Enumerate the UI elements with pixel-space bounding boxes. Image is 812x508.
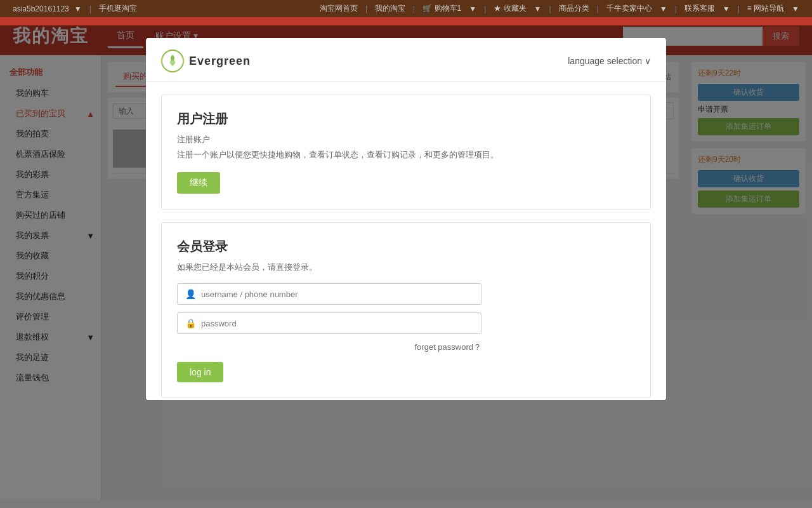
phone-taobao-link[interactable]: 手机逛淘宝 (99, 3, 137, 14)
login-heading: 会员登录 (177, 238, 635, 255)
registration-section: 用户注册 注册账户 注册一个账户以便您更快捷地购物，查看订单状态，查看订购记录，… (161, 95, 651, 210)
registration-heading: 用户注册 (177, 110, 635, 128)
evergreen-logo-icon (161, 50, 184, 72)
username-input[interactable] (201, 290, 473, 299)
lock-icon: 🔒 (185, 318, 196, 328)
site-nav-arrow[interactable]: ▼ (792, 4, 799, 13)
continue-button[interactable]: 继续 (177, 172, 220, 194)
registration-subheading: 注册账户 (177, 134, 635, 145)
favorites-arrow[interactable]: ▼ (534, 4, 542, 13)
username-dropdown-arrow[interactable]: ▼ (74, 4, 82, 13)
language-selector-arrow: ∨ (645, 56, 651, 66)
customer-service-link[interactable]: 联系客服 (684, 3, 715, 14)
cs-arrow[interactable]: ▼ (723, 4, 730, 13)
modal-header: Evergreen language selection ∨ (146, 38, 666, 82)
password-input[interactable] (201, 319, 473, 328)
login-section: 会员登录 如果您已经是本站会员，请直接登录。 👤 🔒 forget passwo… (161, 222, 651, 398)
language-selector-text: language selection (568, 56, 642, 66)
password-field[interactable]: 🔒 (177, 312, 481, 334)
forgot-password-link[interactable]: forget password？ (177, 342, 481, 353)
seller-arrow[interactable]: ▼ (660, 4, 667, 13)
top-navigation: asia5b20161123 ▼ | 手机逛淘宝 淘宝网首页 | 我的淘宝 | … (0, 0, 812, 17)
username-field[interactable]: 👤 (177, 283, 481, 305)
modal-overlay: Evergreen language selection ∨ 用户注册 注册账户… (0, 25, 812, 508)
site-nav-link[interactable]: ≡ 网站导航 (747, 3, 784, 14)
modal-logo: Evergreen (161, 50, 251, 72)
seller-center-link[interactable]: 千牛卖家中心 (606, 3, 652, 14)
username-label[interactable]: asia5b20161123 (13, 4, 69, 13)
registration-description: 注册一个账户以便您更快捷地购物，查看订单状态，查看订购记录，和更多的管理项目。 (177, 149, 635, 161)
modal-dialog: Evergreen language selection ∨ 用户注册 注册账户… (146, 38, 666, 400)
modal-logo-text: Evergreen (189, 55, 251, 68)
my-taobao-link[interactable]: 我的淘宝 (375, 3, 405, 14)
login-description: 如果您已经是本站会员，请直接登录。 (177, 262, 635, 273)
user-icon: 👤 (185, 289, 196, 299)
categories-link[interactable]: 商品分类 (559, 3, 589, 14)
favorites-link[interactable]: ★ 收藏夹 (494, 3, 526, 14)
login-button[interactable]: log in (177, 362, 223, 382)
language-selector[interactable]: language selection ∨ (568, 56, 651, 66)
taobao-home-link[interactable]: 淘宝网首页 (320, 3, 358, 14)
cart-link[interactable]: 🛒 购物车1 (422, 3, 461, 14)
cart-arrow[interactable]: ▼ (469, 4, 476, 13)
